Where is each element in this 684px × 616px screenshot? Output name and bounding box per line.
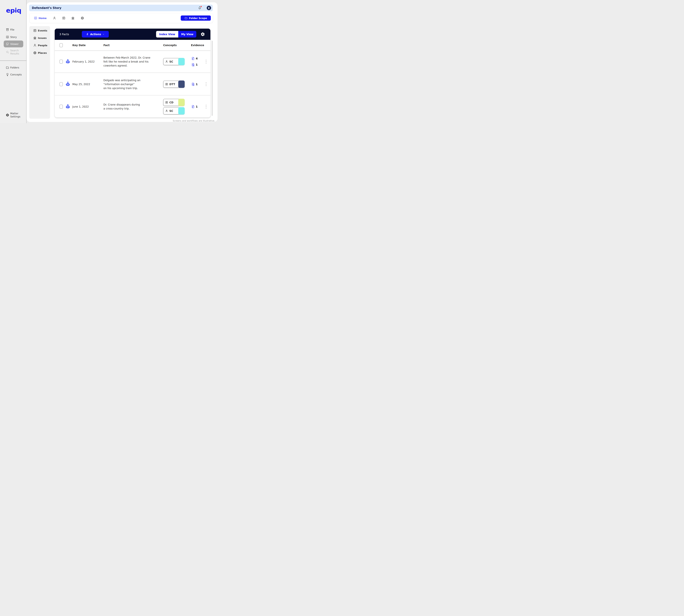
concept-code: DTT xyxy=(169,83,175,86)
my-view-tab[interactable]: My View xyxy=(178,31,196,38)
page-title: Defendant’s Story xyxy=(32,6,62,9)
gear-icon xyxy=(6,113,9,117)
concepts-cell: SC xyxy=(163,58,185,65)
evidence-count: 1 xyxy=(196,105,198,108)
concept-color-swatch xyxy=(178,58,185,65)
column-key-date: Key Date xyxy=(72,40,86,50)
sidebar-item-label: Viewer xyxy=(10,42,24,46)
subnav-item-events[interactable]: Events xyxy=(29,28,50,33)
index-view-label: Index View xyxy=(159,33,175,36)
evidence-count: 4 xyxy=(196,57,198,60)
disclaimer-text: Screens and workflows are illustrative. xyxy=(173,119,215,122)
concept-chip-dtt[interactable]: DTT xyxy=(163,81,185,88)
person-icon xyxy=(165,109,168,112)
chevron-down-icon xyxy=(102,33,105,35)
fact-line: Between Feb-March 2022, Dr. Crane xyxy=(104,56,150,60)
events-tab-calendar-icon[interactable] xyxy=(62,16,66,20)
fact-text: Dr. Crane disappears during a cross-coun… xyxy=(104,103,140,111)
concept-code: SC xyxy=(169,109,173,112)
row-menu-kebab-icon[interactable] xyxy=(206,60,206,63)
fact-line: “information exchange” xyxy=(104,82,140,86)
table-column-header: Key Date Fact Concepts Evidence xyxy=(55,40,210,51)
evidence-documents[interactable]: 1 xyxy=(191,105,198,108)
notifications-button[interactable] xyxy=(198,6,202,10)
table-row: February 1, 2022 Between Feb-March 2022,… xyxy=(55,50,210,72)
row-checkbox[interactable] xyxy=(60,105,63,109)
subnav-item-label: Events xyxy=(38,29,47,32)
fact-line: Delgado was anticipating an xyxy=(104,78,140,82)
notification-dot xyxy=(201,6,202,7)
evidence-testimony[interactable]: 1 xyxy=(191,82,198,86)
folder-icon xyxy=(185,17,187,20)
folder-scope-button[interactable]: Folder Scope xyxy=(181,16,211,21)
places-tab-globe-icon[interactable] xyxy=(81,16,84,20)
subnav-item-places[interactable]: Places xyxy=(29,50,50,56)
select-all-checkbox[interactable] xyxy=(60,43,63,47)
sidebar-item-viewer[interactable]: Viewer xyxy=(0,41,26,47)
scrollbar[interactable] xyxy=(212,41,213,116)
document-person-icon xyxy=(191,82,195,86)
fact-text: Delgado was anticipating an “information… xyxy=(104,78,140,90)
archive-box-icon xyxy=(6,28,9,31)
sidebar-item-search-results[interactable]: Search Results xyxy=(0,48,26,56)
lightning-bolt-icon xyxy=(86,33,89,36)
sidebar-item-story[interactable]: Story xyxy=(0,34,26,40)
main-panel: Defendant’s Story E Home Folder Scope Ev… xyxy=(26,2,218,122)
fact-line: Dr. Crane disappears during xyxy=(104,103,140,107)
table-row: June 1, 2022 Dr. Crane disappears during… xyxy=(55,95,210,117)
people-tab-person-icon[interactable] xyxy=(53,16,56,20)
column-concepts: Concepts xyxy=(163,40,177,50)
sidebar-item-folders[interactable]: Folders xyxy=(0,64,26,70)
globe-icon xyxy=(33,51,37,54)
table-settings-gear-icon[interactable] xyxy=(201,32,205,37)
robot-icon xyxy=(65,104,70,109)
row-checkbox[interactable] xyxy=(60,82,63,86)
evidence-cell: 1 xyxy=(191,105,198,108)
issues-tab-bank-icon[interactable] xyxy=(71,16,75,20)
avatar[interactable]: E xyxy=(207,6,211,10)
concept-color-swatch xyxy=(178,107,185,115)
person-icon xyxy=(33,44,37,47)
facts-table-card: 3 Facts Actions Index View My View Key D… xyxy=(55,29,210,117)
folder-icon xyxy=(6,66,9,69)
calendar-star-icon xyxy=(165,101,168,104)
sidebar-item-label: Search Results xyxy=(10,49,24,55)
magnifier-icon xyxy=(6,50,9,54)
row-menu-kebab-icon[interactable] xyxy=(206,82,206,86)
subnav-item-label: People xyxy=(38,44,47,47)
evidence-testimony[interactable]: 1 xyxy=(191,63,198,67)
row-menu-kebab-icon[interactable] xyxy=(206,105,206,108)
row-checkbox[interactable] xyxy=(60,60,63,64)
concept-chip-cd[interactable]: CD xyxy=(163,99,185,106)
evidence-cell: 4 1 xyxy=(191,57,198,67)
document-icon xyxy=(191,57,195,60)
subnav-panel: Events Issues People Places xyxy=(29,26,50,119)
actions-button[interactable]: Actions xyxy=(82,31,109,38)
robot-icon xyxy=(65,59,70,64)
title-bar: Defendant’s Story E xyxy=(29,5,213,11)
sidebar-item-concepts[interactable]: Concepts xyxy=(0,71,26,78)
sidebar-item-label: File xyxy=(10,28,24,31)
evidence-count: 1 xyxy=(196,63,198,66)
subnav-item-label: Places xyxy=(38,51,47,54)
sidebar-item-file[interactable]: File xyxy=(0,26,26,32)
sidebar-item-matter-settings[interactable]: Matter Settings xyxy=(0,111,26,119)
sidebar-item-label: Folders xyxy=(10,66,24,69)
concept-code: CD xyxy=(169,101,174,104)
app-sidebar: epiq File Story Viewer Search Results Fo… xyxy=(0,0,26,123)
evidence-count: 1 xyxy=(196,83,198,86)
fact-line: coworkers agreed. xyxy=(104,64,150,67)
index-view-tab[interactable]: Index View xyxy=(156,31,178,38)
subnav-item-people[interactable]: People xyxy=(29,43,50,48)
concept-chip-sc[interactable]: SC xyxy=(163,107,185,114)
open-book-icon xyxy=(6,35,9,39)
tab-home[interactable]: Home xyxy=(34,16,46,20)
calendar-star-icon xyxy=(33,29,37,32)
concept-color-swatch xyxy=(178,99,185,106)
concept-chip-sc[interactable]: SC xyxy=(163,58,185,65)
fact-line: on his upcoming train trip. xyxy=(104,86,140,90)
subnav-item-issues[interactable]: Issues xyxy=(29,35,50,41)
fact-line: a cross-country trip. xyxy=(104,107,140,111)
key-date: June 1, 2022 xyxy=(72,105,89,108)
evidence-documents[interactable]: 4 xyxy=(191,57,198,60)
